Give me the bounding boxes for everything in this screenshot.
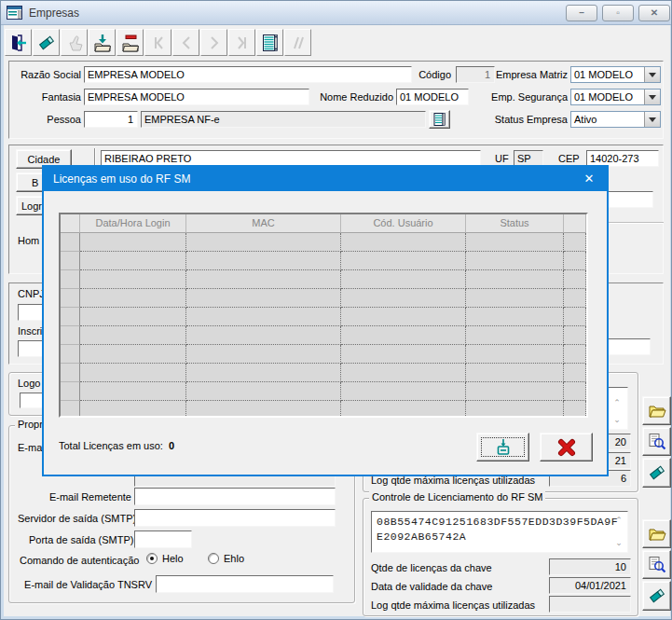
chevron-down-icon[interactable] [644,90,660,104]
minimize-button[interactable]: – [566,5,597,21]
exit-button[interactable] [5,29,32,56]
grid-cell [80,326,186,345]
grid-cell [466,326,564,345]
grid-cell [186,326,341,345]
chevron-down-icon[interactable] [644,67,660,82]
status-empresa-combo[interactable]: Ativo [570,111,661,128]
grid-row[interactable] [61,364,586,382]
grid-cell [341,401,466,418]
scrollbar-down-icon[interactable]: ⌄ [612,538,625,547]
clear-key-button[interactable] [642,458,671,488]
emp-seguranca-label: Emp. Segurança [482,91,568,103]
grid-cell [341,289,466,308]
nav-next-button [200,29,227,56]
clear-license-button[interactable] [642,581,671,611]
verify-key-button[interactable] [642,427,671,456]
cancel-dialog-button[interactable] [540,433,593,462]
open-license-file-button[interactable] [642,519,671,548]
total-row: Total Licenças em uso:0 [59,440,174,451]
email-remetente-field[interactable] [134,488,336,505]
erase-icon [648,586,666,605]
pessoa-lookup-button[interactable] [429,110,450,129]
licenciamento-rfsm-caption: Controle de Licenciamento do RF SM [369,491,545,503]
grid-cell [341,233,466,252]
pessoa-label: Pessoa [18,114,81,126]
porta-saida-field[interactable] [134,530,192,548]
grid-row[interactable] [61,401,586,418]
verify-license-button[interactable] [642,550,671,579]
empresa-matriz-label: Empresa Matriz [486,69,568,81]
save-button[interactable] [89,29,116,56]
nav-next-icon [205,34,224,52]
close-button[interactable]: ✕ [638,5,670,21]
dialog-close-icon[interactable]: ✕ [579,171,599,187]
grid-cell [61,252,80,270]
grid-cell [564,382,586,401]
servidor-saida-label: Servidor de saída (SMTP) [18,513,131,525]
porta-saida-label: Porta de saída (SMTP) [29,534,131,546]
app-icon [7,6,22,20]
window-frame-bottom [1,616,672,620]
delete-folder-icon [121,34,140,52]
grid-row[interactable] [61,382,586,401]
grid-row[interactable] [61,270,586,289]
grid-view-button[interactable] [256,29,283,56]
servidor-saida-field[interactable] [134,509,336,527]
helo-radio[interactable]: Helo [146,553,184,564]
grid-row[interactable] [61,326,586,345]
grid-cell [341,382,466,401]
maximize-button[interactable]: ▫ [602,5,634,21]
open-key-file-button[interactable] [642,396,671,425]
grid-cell [564,233,586,252]
grid-cell [61,345,80,364]
nome-reduzido-field[interactable]: 01 MODELO [396,89,469,105]
dialog-title: Licenças em uso do RF SM [53,172,190,186]
qtde-licencas-label: Qtde de licenças da chave [371,562,492,574]
grid-header-mac: MAC [186,214,341,233]
ehlo-radio[interactable]: Ehlo [208,553,244,564]
chevron-down-icon[interactable] [644,112,660,127]
grid-cell [61,289,80,308]
ehlo-radio-label: Ehlo [224,553,244,564]
fantasia-field[interactable]: EMPRESA MODELO [84,89,309,105]
grid-row[interactable] [61,308,586,326]
total-value: 0 [169,440,174,451]
grid-icon [261,34,280,52]
grid-cell [80,252,186,270]
scrollbar-up-icon[interactable]: ⌃ [610,398,624,407]
grid-cell [466,252,564,270]
grid-header-c-d-usu-rio: Cód. Usuário [341,214,466,233]
grid-row[interactable] [61,233,586,252]
uf-label: UF [495,153,509,165]
chave-line1: 08B55474C91251683DF557EDD3D39F5DA9F [377,515,610,530]
filter-icon [289,34,308,52]
scrollbar-up-icon[interactable]: ⌃ [612,516,625,525]
empresa-matriz-value: 01 MODELO [574,69,633,81]
refresh-licenses-button[interactable] [476,433,529,462]
log-maximo-field [549,596,631,613]
pessoa-nome-field: EMPRESA NF-e [141,111,426,128]
grid-cell [186,233,341,252]
window-titlebar[interactable]: Empresas – ▫ ✕ [1,1,672,25]
empresas-window: Empresas – ▫ ✕ [0,0,672,620]
chave-rfsm-memo[interactable]: 08B55474C91251683DF557EDD3D39F5DA9F E209… [371,511,628,553]
helo-radio-label: Helo [162,553,184,564]
pessoa-codigo-field[interactable]: 1 [84,111,138,128]
edit-button[interactable] [33,29,60,56]
email-validacao-field[interactable] [156,575,334,593]
grid-cell [466,401,564,418]
dialog-titlebar[interactable]: Licenças em uso do RF SM ✕ [44,167,607,191]
emp-seguranca-combo[interactable]: 01 MODELO [570,89,661,105]
grid-row[interactable] [61,345,586,364]
razao-social-field[interactable]: EMPRESA MODELO [84,66,412,83]
delete-button[interactable] [117,29,144,56]
save-folder-icon [93,34,112,52]
grid-cell [61,326,80,345]
licenses-grid[interactable]: Data/Hora LoginMACCód. UsuárioStatus [59,213,588,418]
scrollbar-down-icon[interactable]: ⌄ [610,415,624,424]
radio-dot [146,553,158,564]
grid-row[interactable] [61,252,586,270]
grid-row[interactable] [61,289,586,308]
grid-cell [564,252,586,270]
empresa-matriz-combo[interactable]: 01 MODELO [570,66,661,83]
